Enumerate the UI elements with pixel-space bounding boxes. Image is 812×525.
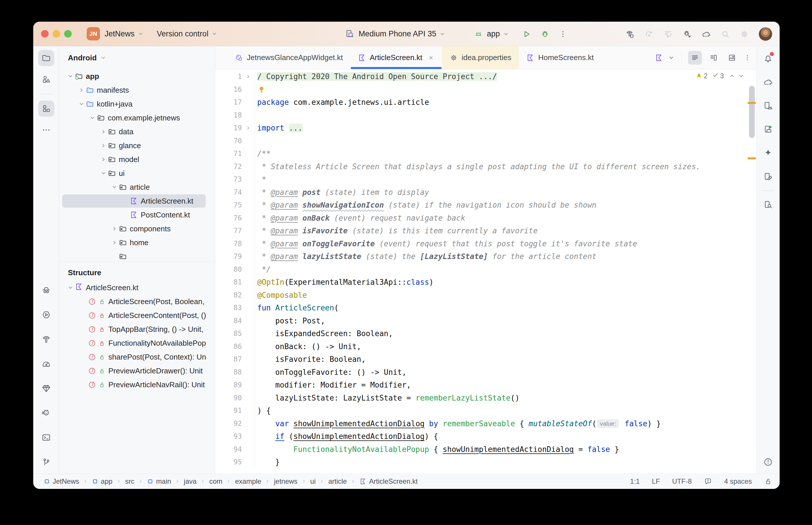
breadcrumb-item-src[interactable]: src — [125, 477, 134, 485]
search-everywhere-icon[interactable] — [721, 29, 730, 39]
breadcrumb-item-article[interactable]: article — [328, 477, 347, 485]
notifications-icon[interactable] — [760, 50, 776, 66]
caret-position[interactable]: 1:1 — [630, 477, 640, 485]
fold-arrow-icon[interactable] — [242, 73, 254, 80]
structure-function-sharePost[interactable]: fsharePost(Post, Context): Un — [59, 350, 215, 364]
tree-item-ui[interactable]: ui — [59, 166, 215, 180]
structure-function-FunctionalityNotAvailablePop[interactable]: fFunctionalityNotAvailablePop — [59, 336, 215, 350]
app-quality-insights-icon[interactable] — [38, 282, 54, 298]
tree-chevron-icon[interactable] — [110, 225, 119, 232]
tab-HomeScreens.kt[interactable]: HomeScreens.kt — [519, 46, 601, 69]
vcs-menu[interactable]: Version control — [157, 29, 209, 39]
code-line-84[interactable]: 84 post: Post, — [215, 314, 756, 328]
tree-item-data[interactable]: data — [59, 125, 215, 139]
code-line-80[interactable]: 80 */ — [215, 263, 756, 276]
device-explorer-icon[interactable] — [760, 197, 776, 213]
tree-chevron-icon[interactable] — [110, 239, 119, 246]
tree-chevron-icon[interactable] — [66, 73, 75, 80]
code-line-71[interactable]: 71/** — [215, 147, 756, 160]
code-line-70[interactable]: 70 — [215, 135, 756, 148]
tree-item-home[interactable]: home — [59, 236, 215, 250]
more-tool-windows-icon[interactable] — [38, 122, 54, 138]
running-devices-icon[interactable] — [760, 121, 776, 137]
code-line-76[interactable]: 76 * @param onBack (event) request navig… — [215, 212, 756, 225]
tree-item-ArticleScreen.kt[interactable]: ArticleScreen.kt — [59, 194, 215, 208]
code-line-19[interactable]: 19import ... — [215, 122, 756, 135]
breadcrumb-item-ArticleScreen.kt[interactable]: ArticleScreen.kt — [359, 477, 417, 485]
structure-function-TopAppBar[interactable]: fTopAppBar(String, () -> Unit, — [59, 322, 215, 336]
code-line-83[interactable]: 83fun ArticleScreen( — [215, 301, 756, 314]
code-line-77[interactable]: 77 * @param isFavorite (state) is this i… — [215, 224, 756, 237]
version-control-tool-icon[interactable] — [38, 454, 54, 470]
problems-icon[interactable] — [760, 454, 776, 470]
structure-function-PreviewArticleNavRail[interactable]: fPreviewArticleNavRail(): Unit — [59, 378, 215, 392]
structure-chevron-icon[interactable] — [66, 284, 75, 291]
editor-scrollbar[interactable] — [749, 86, 755, 138]
tab-JetnewsGlanceAppWidget.kt[interactable]: JetnewsGlanceAppWidget.kt — [227, 46, 350, 69]
fold-arrow-icon[interactable] — [242, 125, 254, 131]
structure-function-ArticleScreenContent[interactable]: fArticleScreenContent(Post, () — [59, 309, 215, 322]
structure-icon[interactable] — [38, 101, 54, 117]
services-icon[interactable] — [38, 307, 54, 323]
tree-item-com.example.jetnews[interactable]: com.example.jetnews — [59, 111, 215, 125]
user-avatar[interactable] — [759, 27, 772, 41]
code-line-92[interactable]: 92 var showUnimplementedActionDialog by … — [215, 417, 756, 430]
prev-problem-icon[interactable] — [728, 73, 735, 79]
tree-item-glance[interactable]: glance — [59, 139, 215, 152]
apply-code-changes-icon[interactable] — [663, 29, 673, 39]
tree-item-manifests[interactable]: manifests — [59, 83, 215, 97]
tree-chevron-icon[interactable] — [99, 156, 108, 163]
attach-debugger-icon[interactable] — [682, 29, 692, 39]
code-line-86[interactable]: 86 onBack: () -> Unit, — [215, 340, 756, 353]
code-line-79[interactable]: 79 * @param lazyListState (state) the [L… — [215, 250, 756, 263]
device-mirroring-icon[interactable] — [760, 169, 776, 185]
breadcrumb-item-jetnews[interactable]: jetnews — [274, 477, 297, 485]
structure-function-PreviewArticleDrawer[interactable]: fPreviewArticleDrawer(): Unit — [59, 364, 215, 378]
code-line-17[interactable]: 17package com.example.jetnews.ui.article — [215, 96, 756, 109]
project-icon[interactable] — [38, 50, 54, 66]
tree-chevron-icon[interactable] — [99, 142, 108, 149]
breadcrumb-item-example[interactable]: example — [235, 477, 261, 485]
intention-bulb-icon[interactable] — [257, 85, 266, 94]
gemini-icon[interactable] — [760, 145, 776, 161]
editor-view-preview-icon[interactable] — [725, 51, 739, 65]
project-selector[interactable]: JetNews — [105, 29, 135, 39]
app-inspection-icon[interactable] — [38, 380, 54, 396]
minimize-window-button[interactable] — [53, 30, 60, 38]
code-line-75[interactable]: 75 * @param showNavigationIcon (state) i… — [215, 199, 756, 212]
code-line-18[interactable]: 18 — [215, 109, 756, 122]
breadcrumb-item-java[interactable]: java — [184, 477, 196, 485]
more-run-options-icon[interactable] — [559, 30, 567, 39]
gradle-sync-icon[interactable] — [702, 29, 711, 39]
apply-changes-icon[interactable]: A — [645, 29, 654, 39]
tree-chevron-icon[interactable] — [77, 101, 86, 107]
code-line-87[interactable]: 87 isFavorite: Boolean, — [215, 353, 756, 366]
tree-item-PostContent.kt[interactable]: PostContent.kt — [59, 208, 215, 222]
code-line-1[interactable]: 1/ Copyright 2020 The Android Open Sourc… — [215, 70, 756, 83]
encoding[interactable]: UTF-8 — [672, 477, 692, 485]
close-window-button[interactable] — [41, 30, 48, 38]
inspections-widget-icon[interactable] — [704, 477, 712, 485]
code-line-78[interactable]: 78 * @param onToggleFavorite (event) req… — [215, 237, 756, 250]
code-line-91[interactable]: 91) { — [215, 404, 756, 417]
code-line-81[interactable]: 81@OptIn(ExperimentalMaterial3Api::class… — [215, 276, 756, 289]
code-line-89[interactable]: 89 modifier: Modifier = Modifier, — [215, 379, 756, 392]
structure-file-row[interactable]: ArticleScreen.kt — [59, 281, 215, 295]
terminal-icon[interactable] — [38, 430, 54, 446]
tree-item-model[interactable]: model — [59, 152, 215, 166]
change-marker[interactable] — [748, 158, 756, 160]
run-button[interactable] — [521, 29, 531, 39]
code-line-82[interactable]: 82@Composable — [215, 289, 756, 302]
profiler-icon[interactable] — [38, 356, 54, 372]
settings-icon[interactable] — [740, 29, 749, 39]
code-line-90[interactable]: 90 lazyListState: LazyListState = rememb… — [215, 392, 756, 405]
structure-function-ArticleScreen[interactable]: fArticleScreen(Post, Boolean, — [59, 295, 215, 309]
tree-item-article[interactable]: article — [59, 180, 215, 194]
hidden-tabs-chevron-icon[interactable] — [667, 54, 675, 61]
device-selector[interactable]: Medium Phone API 35 — [359, 29, 436, 39]
tab-idea.properties[interactable]: idea.properties — [442, 46, 519, 69]
tree-item-partial[interactable] — [59, 250, 215, 261]
editor-view-split-icon[interactable] — [707, 51, 720, 65]
breadcrumb-item-main[interactable]: main — [147, 477, 171, 485]
project-view-selector[interactable]: Android — [68, 54, 97, 62]
